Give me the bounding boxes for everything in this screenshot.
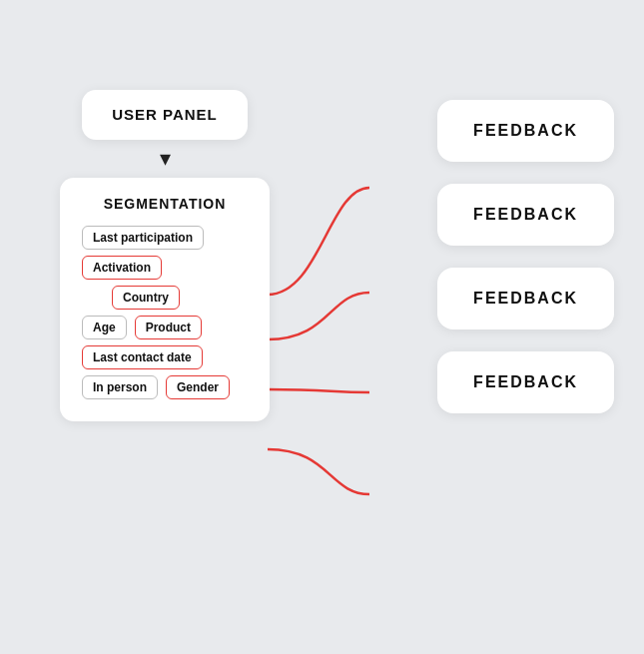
feedback-box-1: FEEDBACK [437, 100, 614, 162]
tag-in-person: In person [82, 375, 158, 399]
tag-row-3: Age Product [82, 316, 252, 339]
tag-row-2: Country [82, 286, 252, 310]
tag-activation: Activation [82, 256, 162, 280]
tag-product: Product [135, 316, 202, 339]
arrow-icon: ▾ [160, 148, 171, 170]
user-panel-label: USER PANEL [112, 106, 218, 123]
segmentation-label: SEGMENTATION [78, 196, 252, 212]
tag-last-participation: Last participation [82, 226, 204, 250]
tags-area: Last participation Activation Country Ag… [78, 226, 252, 399]
segmentation-box: SEGMENTATION Last participation Activati… [60, 178, 270, 421]
feedback-box-3: FEEDBACK [437, 268, 614, 329]
feedback-label-3: FEEDBACK [473, 290, 578, 307]
tag-row-4: Last contact date [82, 345, 252, 369]
tag-age: Age [82, 316, 127, 339]
right-panel: FEEDBACK FEEDBACK FEEDBACK FEEDBACK [437, 100, 614, 413]
tag-row-1: Activation [82, 256, 252, 280]
feedback-box-2: FEEDBACK [437, 184, 614, 246]
main-container: USER PANEL ▾ SEGMENTATION Last participa… [0, 0, 644, 654]
tag-country: Country [112, 286, 180, 310]
feedback-label-4: FEEDBACK [473, 373, 578, 390]
tag-last-contact-date: Last contact date [82, 345, 203, 369]
tag-row-0: Last participation [82, 226, 252, 250]
tag-gender: Gender [166, 375, 230, 399]
tag-row-5: In person Gender [82, 375, 252, 399]
feedback-label-2: FEEDBACK [473, 206, 578, 223]
user-panel-box: USER PANEL [82, 90, 248, 140]
feedback-label-1: FEEDBACK [473, 122, 578, 139]
feedback-box-4: FEEDBACK [437, 351, 614, 413]
left-panel: USER PANEL ▾ SEGMENTATION Last participa… [60, 90, 270, 421]
